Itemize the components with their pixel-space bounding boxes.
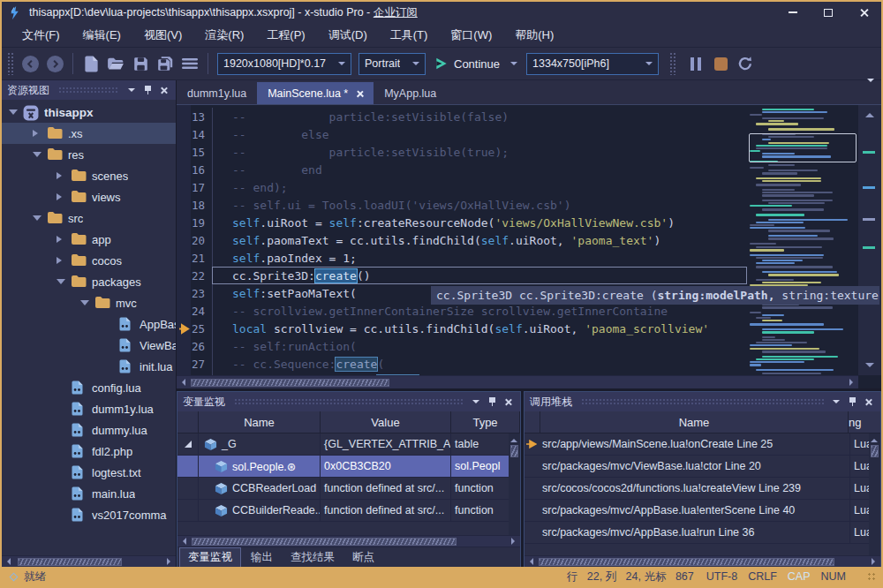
line-number[interactable]: 15 [177, 146, 212, 159]
tree-item-cocos[interactable]: cocos [2, 250, 176, 271]
resize-grip[interactable] [867, 572, 876, 581]
code-text[interactable]: -- self:runAction( [212, 337, 747, 355]
panel-close-button[interactable] [501, 395, 515, 409]
menu-item-5[interactable]: 调试(D) [317, 24, 379, 47]
scrollbar-thumb[interactable] [18, 558, 122, 566]
menu-item-4[interactable]: 工程(P) [255, 24, 316, 47]
tree-item-appbase-lua[interactable]: AppBase.lua [2, 313, 176, 335]
editor-vscrollbar[interactable] [858, 105, 881, 375]
menu-item-2[interactable]: 视图(V) [132, 24, 193, 47]
panel-menu-button[interactable] [125, 83, 139, 97]
panel-menu-button[interactable] [829, 395, 843, 409]
chevron-expanded-icon[interactable] [31, 147, 43, 162]
code-text[interactable]: -- self.ui = Tools.loadUI('views/OxHallV… [212, 196, 747, 214]
code-line-26[interactable]: 26-- self:runAction( [177, 337, 747, 355]
editor-tab-1[interactable]: MainScene.lua * [257, 82, 374, 104]
line-number[interactable]: 22 [177, 269, 212, 283]
maximize-button[interactable] [811, 2, 846, 23]
code-line-14[interactable]: 14-- else [177, 125, 747, 143]
menu-item-3[interactable]: 渲染(R) [193, 24, 255, 47]
toolbar-grip[interactable] [7, 52, 14, 75]
chevron-expanded-icon[interactable] [31, 211, 43, 225]
scrollbar-thumb[interactable] [871, 445, 879, 457]
restart-button[interactable] [733, 51, 758, 76]
tree-item-views[interactable]: views [2, 186, 176, 207]
code-line-22[interactable]: 22cc.Sprite3D:create() [177, 267, 747, 284]
code-text[interactable]: self.paomaText = cc.utils.findChild(self… [212, 231, 747, 249]
device-dropdown[interactable]: 1334x750[iPh6] [526, 53, 659, 75]
tree-item-fdl2-php[interactable]: fdl2.php [2, 441, 176, 462]
watch-row-0[interactable]: _G{GL_VERTEX_ATTRIB_AR...table [177, 433, 520, 456]
editor-tab-0[interactable]: dumm1y.lua [177, 82, 257, 104]
code-line-21[interactable]: 21self.paoIndex = 1; [177, 249, 747, 267]
tab-list-dropdown[interactable] [867, 82, 874, 98]
minimap[interactable] [747, 105, 858, 375]
resolution-dropdown[interactable]: 1920x1080[HD]*0.17 [217, 53, 351, 75]
orientation-dropdown[interactable]: Portrait [358, 53, 426, 75]
line-number[interactable]: 16 [177, 163, 212, 177]
code-area[interactable]: 13-- particle:setVisible(false)14-- else… [177, 105, 747, 375]
scroll-up-icon[interactable] [510, 435, 517, 442]
close-button[interactable] [846, 2, 881, 23]
watch-row-2[interactable]: CCBReaderLoadfunction defined at src/...… [177, 478, 520, 500]
code-text[interactable]: self.uiRoot = self:createResourceNode('v… [212, 214, 747, 231]
chevron-collapsed-icon[interactable] [31, 130, 43, 137]
panel-drag-handle[interactable] [58, 87, 119, 94]
line-number[interactable]: 24 [177, 305, 212, 318]
line-number[interactable]: 20 [177, 234, 212, 247]
panel-close-button[interactable] [156, 83, 170, 97]
tree-item-config-lua[interactable]: config.lua [2, 377, 176, 398]
minimap-viewport[interactable] [749, 133, 857, 162]
chevron-collapsed-icon[interactable] [55, 193, 67, 200]
tree-item-vs2017comma[interactable]: vs2017comma [2, 504, 176, 525]
expand-icon[interactable] [185, 441, 192, 448]
line-number[interactable]: 23 [177, 287, 212, 300]
tree-item-src[interactable]: src [2, 207, 176, 229]
scrollbar-thumb[interactable] [191, 379, 389, 387]
toolbar-grip[interactable] [669, 52, 676, 75]
new-file-button[interactable] [79, 51, 103, 76]
tree-item-logtest-txt[interactable]: logtest.txt [2, 462, 176, 483]
scroll-right-icon[interactable] [509, 536, 520, 547]
scrollbar-thumb[interactable] [539, 558, 834, 566]
open-project-button[interactable] [103, 51, 128, 76]
scroll-right-icon[interactable] [165, 556, 176, 567]
scroll-left-icon[interactable] [525, 556, 535, 567]
code-text[interactable]: self.paoIndex = 1; [212, 249, 747, 267]
navigate-forward-button[interactable] [42, 51, 67, 76]
menu-item-0[interactable]: 文件(F) [11, 24, 72, 47]
editor-tab-2[interactable]: MyApp.lua [374, 82, 447, 104]
code-text[interactable]: -- scrollview.getInnerContainerSize scro… [212, 302, 747, 320]
code-text[interactable]: -- end [212, 161, 747, 178]
minimize-button[interactable] [775, 2, 811, 23]
line-number[interactable]: 17 [177, 181, 212, 194]
menu-item-8[interactable]: 帮助(H) [503, 24, 565, 47]
tree-item-main-lua[interactable]: main.lua [2, 483, 176, 504]
scroll-down-icon[interactable] [865, 363, 874, 372]
navigate-back-button[interactable] [18, 51, 42, 76]
tree-item-thisappx[interactable]: thisappx [2, 102, 176, 123]
panel-drag-handle[interactable] [234, 398, 464, 405]
bottom-tab-2[interactable]: 查找结果 [283, 548, 343, 567]
chevron-expanded-icon[interactable] [55, 275, 67, 289]
code-text[interactable]: cc.Sprite3D:create() [212, 267, 747, 284]
tree-item-dumm1y-lua[interactable]: dumm1y.lua [2, 398, 176, 419]
code-text[interactable]: -- else [212, 125, 747, 143]
pause-button[interactable] [683, 51, 708, 76]
code-line-19[interactable]: 19self.uiRoot = self:createResourceNode(… [177, 214, 747, 231]
scrollbar-thumb[interactable] [510, 445, 518, 457]
watch-hscrollbar[interactable] [177, 535, 520, 547]
code-text[interactable]: -- end); [212, 178, 747, 196]
scroll-right-icon[interactable] [848, 376, 858, 388]
tree-item--xs[interactable]: .xs [2, 123, 176, 144]
stack-frame-2[interactable]: src/cocos/cocos2d/functions.lua!createVi… [525, 478, 880, 500]
bottom-tab-0[interactable]: 变量监视 [179, 547, 241, 568]
scroll-right-icon[interactable] [870, 556, 880, 567]
stack-frame-4[interactable]: src/packages/mvc/AppBase.lua!run Line 36… [525, 522, 880, 544]
code-line-20[interactable]: 20self.paomaText = cc.utils.findChild(se… [177, 231, 747, 249]
panel-menu-button[interactable] [469, 395, 483, 409]
scroll-up-icon[interactable] [865, 109, 874, 117]
continue-button[interactable]: Continue [434, 57, 517, 71]
scroll-left-icon[interactable] [177, 536, 188, 547]
panel-pin-button[interactable] [485, 395, 499, 409]
